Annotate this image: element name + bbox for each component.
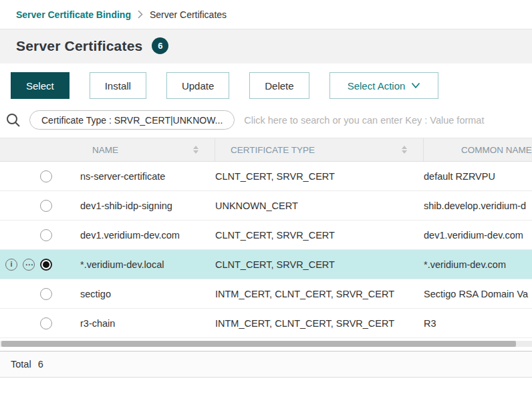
select-button[interactable]: Select bbox=[11, 72, 70, 99]
cell-common-name: default RZRVPU bbox=[424, 171, 532, 182]
horizontal-scrollbar-thumb[interactable] bbox=[1, 341, 516, 347]
delete-button[interactable]: Delete bbox=[249, 72, 309, 99]
certificates-table: NAME CERTIFICATE TYPE COMMON NAME ns-ser… bbox=[0, 138, 532, 338]
total-value: 6 bbox=[38, 359, 43, 370]
cell-common-name: Sectigo RSA Domain Va bbox=[424, 289, 532, 299]
row-radio[interactable] bbox=[40, 317, 52, 329]
cell-name: dev1.veridium-dev.com bbox=[64, 230, 215, 241]
breadcrumb: Server Certificate Binding Server Certif… bbox=[0, 0, 532, 29]
select-action-dropdown[interactable]: Select Action bbox=[329, 72, 439, 99]
toolbar: Select Install Update Delete Select Acti… bbox=[0, 63, 532, 108]
cell-common-name: *.veridium-dev.com bbox=[424, 259, 532, 270]
cell-certificate-type: CLNT_CERT, SRVR_CERT bbox=[215, 259, 424, 270]
table-footer: Total 6 bbox=[0, 351, 532, 378]
select-action-label: Select Action bbox=[348, 80, 406, 92]
sort-icon[interactable] bbox=[402, 146, 407, 154]
cell-common-name: dev1.veridium-dev.com bbox=[424, 230, 532, 241]
table-row[interactable]: sectigo INTM_CERT, CLNT_CERT, SRVR_CERT … bbox=[0, 279, 532, 309]
header-common-name-label: COMMON NAME bbox=[461, 145, 532, 155]
table-row[interactable]: ns-server-certificate CLNT_CERT, SRVR_CE… bbox=[0, 162, 532, 191]
table-row[interactable]: dev1-shib-idp-signing UNKNOWN_CERT shib.… bbox=[0, 191, 532, 221]
table-header-row: NAME CERTIFICATE TYPE COMMON NAME bbox=[0, 138, 532, 162]
table-row[interactable]: r3-chain INTM_CERT, CLNT_CERT, SRVR_CERT… bbox=[0, 309, 532, 338]
chevron-right-icon bbox=[138, 10, 143, 19]
cell-certificate-type: INTM_CERT, CLNT_CERT, SRVR_CERT bbox=[215, 289, 424, 299]
info-glyph: i bbox=[10, 261, 12, 268]
row-radio[interactable] bbox=[40, 288, 52, 300]
breadcrumb-parent-link[interactable]: Server Certificate Binding bbox=[16, 9, 131, 20]
cell-name: r3-chain bbox=[64, 318, 215, 329]
cell-certificate-type: CLNT_CERT, SRVR_CERT bbox=[215, 230, 424, 241]
total-label: Total bbox=[11, 359, 31, 370]
row-radio[interactable] bbox=[40, 170, 52, 182]
cell-certificate-type: UNKNOWN_CERT bbox=[215, 200, 424, 211]
row-radio[interactable] bbox=[40, 200, 52, 212]
page-title: Server Certificates bbox=[16, 38, 142, 54]
header-name[interactable]: NAME bbox=[64, 138, 215, 161]
install-button[interactable]: Install bbox=[90, 72, 146, 99]
chevron-down-icon bbox=[411, 82, 420, 89]
header-certificate-type-label: CERTIFICATE TYPE bbox=[231, 145, 315, 155]
row-radio-checked[interactable] bbox=[40, 259, 52, 271]
cell-name: sectigo bbox=[64, 289, 215, 299]
header-certificate-type[interactable]: CERTIFICATE TYPE bbox=[215, 138, 424, 161]
cell-certificate-type: INTM_CERT, CLNT_CERT, SRVR_CERT bbox=[215, 318, 424, 329]
info-icon[interactable]: i bbox=[5, 259, 17, 271]
cell-name: dev1-shib-idp-signing bbox=[64, 200, 215, 211]
search-input[interactable] bbox=[243, 114, 521, 126]
header-name-label: NAME bbox=[92, 145, 118, 155]
table-row-selected[interactable]: i ⋯ *.veridium-dev.local CLNT_CERT, SRVR… bbox=[0, 250, 532, 279]
filter-chip-certificate-type[interactable]: Certificate Type : SRVR_CERT|UNKNOW... bbox=[29, 110, 235, 130]
cell-name: ns-server-certificate bbox=[64, 171, 215, 182]
header-select-column bbox=[0, 138, 64, 161]
cell-certificate-type: CLNT_CERT, SRVR_CERT bbox=[215, 171, 424, 182]
sort-icon[interactable] bbox=[193, 146, 198, 154]
table-row[interactable]: dev1.veridium-dev.com CLNT_CERT, SRVR_CE… bbox=[0, 221, 532, 250]
cell-common-name: R3 bbox=[424, 318, 532, 329]
ellipsis-menu-icon[interactable]: ⋯ bbox=[23, 259, 35, 271]
horizontal-scrollbar-track bbox=[0, 341, 532, 347]
cell-name: *.veridium-dev.local bbox=[64, 259, 215, 270]
header-common-name[interactable]: COMMON NAME bbox=[424, 138, 532, 161]
breadcrumb-current: Server Certificates bbox=[150, 9, 227, 20]
row-radio[interactable] bbox=[40, 229, 52, 241]
search-icon bbox=[5, 112, 21, 128]
count-badge: 6 bbox=[152, 37, 168, 54]
ellipsis-glyph: ⋯ bbox=[25, 261, 33, 269]
cell-common-name: shib.develop.veridium-d bbox=[424, 200, 532, 211]
search-bar: Certificate Type : SRVR_CERT|UNKNOW... bbox=[0, 108, 532, 138]
update-button[interactable]: Update bbox=[166, 72, 229, 99]
page-header: Server Certificates 6 bbox=[0, 29, 532, 63]
